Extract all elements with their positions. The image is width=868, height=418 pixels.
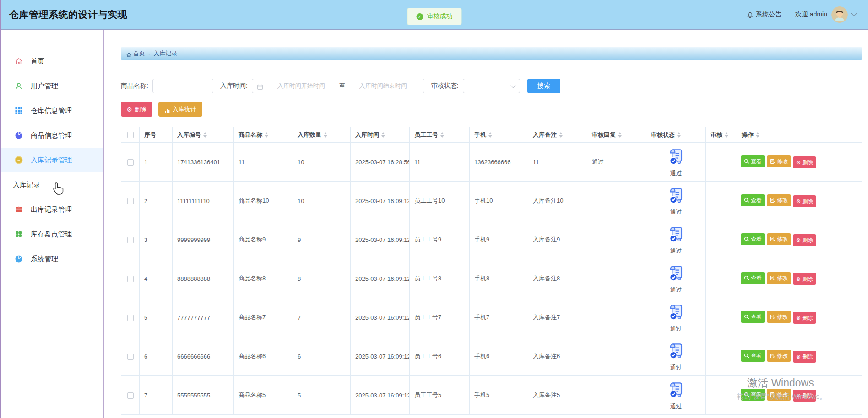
row-checkbox[interactable] — [127, 315, 134, 321]
view-button[interactable]: 查看 — [741, 194, 765, 206]
delete-button[interactable]: ⊗删除 — [793, 390, 816, 402]
product-name-input[interactable] — [152, 79, 213, 93]
cell-employee-id: 员工工号5 — [410, 376, 470, 415]
sidebar-item-system-mgmt[interactable]: 系统管理 — [1, 247, 103, 271]
cell-note: 入库备注6 — [528, 337, 587, 376]
sidebar-item-inbound-mgmt[interactable]: 入库记录管理 — [1, 148, 103, 172]
cell-quantity: 5 — [293, 376, 351, 415]
edit-button[interactable]: 修改 — [767, 350, 791, 362]
column-header[interactable]: 操作 — [737, 127, 862, 143]
cell-inbound-time: 2025-03-07 16:09:12 — [351, 182, 410, 220]
toolbar: ⊗ 删除 入库统计 — [121, 102, 862, 117]
sort-caret-icon[interactable] — [559, 132, 563, 138]
audit-status-text: 通过 — [646, 247, 705, 255]
sort-caret-icon[interactable] — [677, 132, 681, 138]
approved-scroll-icon — [646, 263, 705, 284]
delete-button[interactable]: ⊗删除 — [793, 273, 816, 285]
approved-scroll-icon — [646, 302, 705, 323]
start-date-placeholder[interactable]: 入库时间开始时间 — [265, 82, 337, 90]
column-header[interactable]: 入库编号 — [173, 127, 234, 143]
cell-product-name: 商品名称5 — [234, 376, 293, 415]
delete-button[interactable]: ⊗删除 — [793, 312, 816, 324]
edit-button[interactable]: 修改 — [767, 233, 791, 245]
date-range-picker[interactable]: 入库时间开始时间 至 入库时间结束时间 — [252, 79, 424, 93]
edit-button[interactable]: 修改 — [767, 389, 791, 401]
sort-caret-icon[interactable] — [203, 132, 207, 138]
view-button[interactable]: 查看 — [741, 155, 765, 167]
column-header[interactable]: 手机 — [470, 127, 528, 143]
delete-button[interactable]: ⊗删除 — [793, 195, 816, 207]
cell-audit-status: 通过 — [646, 220, 706, 259]
sort-caret-icon[interactable] — [440, 132, 444, 138]
chevron-down-icon[interactable] — [851, 11, 857, 16]
cell-inbound-code: 6666666666 — [173, 337, 234, 376]
column-header: 序号 — [140, 127, 173, 143]
sort-caret-icon[interactable] — [488, 132, 492, 138]
delete-button[interactable]: ⊗删除 — [793, 156, 816, 168]
row-checkbox[interactable] — [127, 276, 134, 282]
cell-product-name: 商品名称7 — [234, 298, 293, 337]
column-header[interactable]: 审核回复 — [587, 127, 646, 143]
cell-phone: 手机6 — [470, 337, 528, 376]
sort-caret-icon[interactable] — [725, 132, 728, 138]
column-header[interactable]: 入库备注 — [528, 127, 587, 143]
edit-button[interactable]: 修改 — [767, 155, 791, 167]
cell-note: 入库备注7 — [528, 298, 587, 337]
records-table: 序号入库编号商品名称入库数量入库时间员工工号手机入库备注审核回复审核状态审核操作… — [121, 127, 862, 415]
select-all-checkbox[interactable] — [127, 132, 134, 138]
row-checkbox[interactable] — [127, 354, 134, 360]
sort-caret-icon[interactable] — [381, 132, 385, 138]
end-date-placeholder[interactable]: 入库时间结束时间 — [347, 82, 419, 90]
row-checkbox[interactable] — [127, 392, 134, 399]
edit-button[interactable]: 修改 — [767, 272, 791, 284]
view-button[interactable]: 查看 — [741, 389, 765, 401]
cell-product-name: 商品名称6 — [234, 337, 293, 376]
column-header[interactable]: 审核状态 — [646, 127, 706, 143]
sidebar-item-inbound-records[interactable]: 入库记录 — [1, 172, 103, 197]
column-header[interactable]: 员工工号 — [410, 127, 470, 143]
sort-caret-icon[interactable] — [756, 132, 760, 138]
column-header[interactable]: 审核 — [706, 127, 737, 143]
sidebar-item-warehouse-info[interactable]: 仓库信息管理 — [1, 98, 103, 123]
clover-green-icon — [15, 230, 23, 238]
sidebar-item-home[interactable]: 首页 — [1, 49, 103, 74]
cell-audit — [706, 143, 737, 182]
breadcrumb-home-link[interactable]: 首页 — [126, 49, 145, 58]
avatar[interactable] — [831, 6, 848, 23]
system-announcement-link[interactable]: 系统公告 — [747, 11, 781, 19]
sidebar-item-inventory-mgmt[interactable]: 库存盘点管理 — [1, 222, 103, 247]
sidebar-item-outbound-mgmt[interactable]: 出库记录管理 — [1, 197, 103, 222]
sort-caret-icon[interactable] — [618, 132, 622, 138]
edit-button[interactable]: 修改 — [767, 194, 791, 206]
delete-button[interactable]: ⊗删除 — [793, 234, 816, 246]
cell-product-name: 商品名称9 — [234, 220, 293, 259]
delete-button[interactable]: ⊗删除 — [793, 351, 816, 363]
cell-audit-reply — [587, 298, 646, 337]
sort-caret-icon[interactable] — [265, 132, 268, 138]
view-button[interactable]: 查看 — [741, 233, 765, 245]
column-header[interactable]: 入库数量 — [293, 127, 351, 143]
column-header[interactable]: 商品名称 — [234, 127, 293, 143]
edit-button[interactable]: 修改 — [767, 311, 791, 323]
cell-product-name: 商品名称8 — [234, 259, 293, 298]
sort-caret-icon[interactable] — [324, 132, 327, 138]
sidebar-item-goods-info[interactable]: 商品信息管理 — [1, 123, 103, 148]
sidebar-item-user-mgmt[interactable]: 用户管理 — [1, 74, 103, 98]
column-header[interactable]: 入库时间 — [351, 127, 410, 143]
user-menu[interactable]: 欢迎 admin — [795, 6, 856, 23]
inbound-stats-button[interactable]: 入库统计 — [158, 102, 202, 117]
cell-phone: 手机8 — [470, 259, 528, 298]
row-checkbox[interactable] — [127, 237, 134, 243]
calendar-icon — [257, 83, 263, 89]
batch-delete-button[interactable]: ⊗ 删除 — [121, 102, 152, 117]
row-checkbox[interactable] — [127, 198, 134, 204]
cell-note: 入库备注9 — [528, 220, 587, 259]
view-button[interactable]: 查看 — [741, 350, 765, 362]
audit-status-select[interactable] — [463, 79, 520, 93]
approved-scroll-icon — [646, 341, 705, 362]
view-button[interactable]: 查看 — [741, 311, 765, 323]
search-button[interactable]: 搜索 — [527, 79, 560, 93]
row-checkbox[interactable] — [127, 159, 134, 166]
view-button[interactable]: 查看 — [741, 272, 765, 284]
cell-phone: 手机5 — [470, 376, 528, 415]
